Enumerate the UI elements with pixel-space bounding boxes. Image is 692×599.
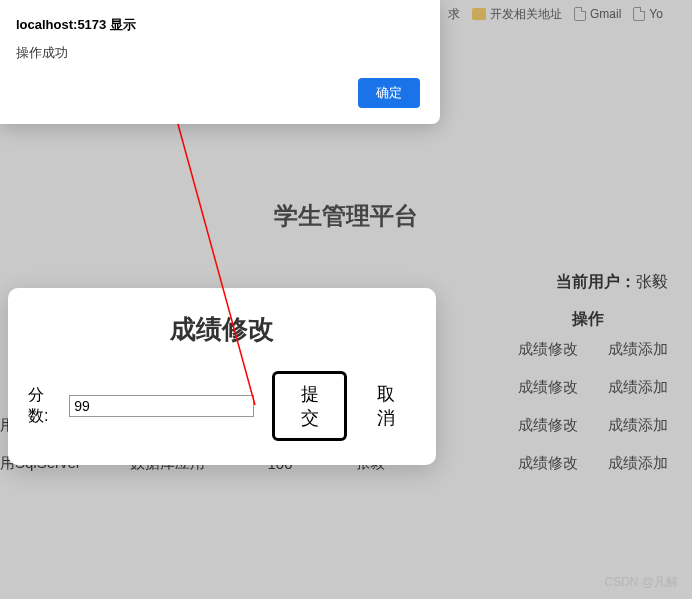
submit-button[interactable]: 提交: [272, 371, 347, 441]
alert-title: localhost:5173 显示: [16, 16, 420, 34]
score-label: 分数:: [28, 385, 61, 427]
alert-dialog: localhost:5173 显示 操作成功 确定: [0, 0, 440, 124]
alert-ok-button[interactable]: 确定: [358, 78, 420, 108]
edit-modal-title: 成绩修改: [28, 312, 416, 347]
alert-message: 操作成功: [16, 44, 420, 62]
score-input[interactable]: [69, 395, 254, 417]
cancel-button[interactable]: 取消: [355, 374, 416, 438]
edit-score-modal: 成绩修改 分数: 提交 取消: [8, 288, 436, 465]
watermark: CSDN @凡解: [604, 574, 678, 591]
